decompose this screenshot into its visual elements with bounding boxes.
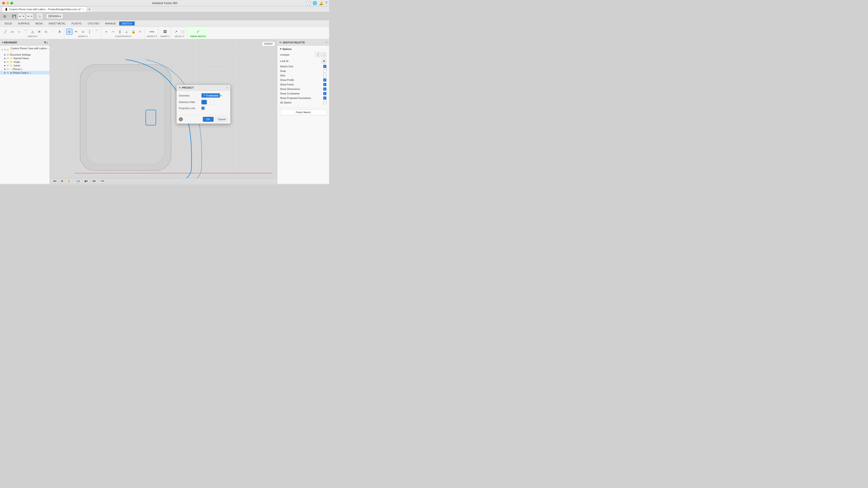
save-icon[interactable]: 💾 <box>11 13 17 19</box>
file-tab-close[interactable]: × <box>83 8 84 11</box>
browser-pin[interactable]: | <box>47 41 48 44</box>
bell-icon[interactable]: 🔔 <box>319 1 323 5</box>
geometry-selection-button[interactable]: ↗ 4 selected <box>202 93 220 98</box>
cancel-button[interactable]: Cancel <box>215 117 228 122</box>
create-label[interactable]: CREATE▾ <box>28 35 37 37</box>
zoom-button[interactable]: 🔍▾ <box>74 179 81 183</box>
constraints-label[interactable]: CONSTRAINTS▾ <box>115 35 131 37</box>
file-tab-active[interactable]: 📱 Custom Phone Case with Lattice – Produ… <box>2 6 87 12</box>
tab-solid[interactable]: SOLID <box>2 22 15 26</box>
nav-history-icon[interactable]: 🕐 <box>306 1 311 5</box>
main-toolbar: ⊞ 💾 ↩ ▾ ↪ ▾ ⌂ DESIGN ▾ <box>0 12 329 20</box>
ok-button[interactable]: OK <box>203 117 214 122</box>
close-button[interactable] <box>2 2 5 4</box>
rectangle-tool[interactable]: ▭ <box>9 29 16 35</box>
clear-selection-button[interactable]: × <box>220 94 222 97</box>
viewport[interactable]: FRONT ⊞ PROJECT ⤢ Geometry ↗ 4 selected <box>50 39 277 184</box>
modify-label[interactable]: MODIFY▾ <box>78 35 88 37</box>
conic-tool[interactable]: ⊂ <box>43 29 49 35</box>
finish-sketch-checkmark[interactable]: ✓ <box>195 29 201 35</box>
tab-plastic[interactable]: PLASTIC <box>69 22 85 26</box>
minimize-button[interactable] <box>6 2 9 4</box>
select-label[interactable]: SELECT▾ <box>175 35 184 37</box>
show-profile-checkbox[interactable] <box>323 78 327 82</box>
project-dialog-expand[interactable]: ⤢ <box>226 86 228 89</box>
tab-utilities[interactable]: UTILITIES <box>85 22 102 26</box>
display-button[interactable]: ◉▾ <box>83 179 90 183</box>
browser-collapse-right[interactable]: ⊞ <box>44 41 46 44</box>
redo-button[interactable]: ↪ <box>26 13 31 19</box>
browser-collapse-left[interactable]: ◂ <box>2 41 3 44</box>
tree-item-phone-case[interactable]: ▶ 👁 ▣ Phone Case:1 ● <box>0 71 50 74</box>
tree-item-named-views[interactable]: ▶ 👁 📁 Named Views <box>0 57 50 60</box>
collinear-constraint[interactable]: ─ <box>110 29 116 35</box>
help-icon[interactable]: ? <box>325 1 327 5</box>
finish-sketch-label[interactable]: FINISH SKETCH <box>190 35 206 37</box>
show-dimensions-checkbox[interactable] <box>323 88 327 91</box>
filter-faces-button[interactable]: ◻ <box>202 100 207 104</box>
pan-button[interactable]: ✋ <box>66 179 72 183</box>
spline-tool[interactable]: ≋ <box>36 29 42 35</box>
select-tool[interactable]: ↗ <box>173 29 179 35</box>
maximize-button[interactable] <box>10 2 13 4</box>
trim-tool[interactable]: ✂ <box>73 29 79 35</box>
text-tool[interactable]: A <box>57 29 63 35</box>
insert-label[interactable]: INSERT▾ <box>160 35 169 37</box>
tree-item-origin[interactable]: ▶ 👁 📁 Origin <box>0 60 50 64</box>
break-tool[interactable]: │ <box>87 29 93 35</box>
design-workspace-button[interactable]: DESIGN ▾ <box>46 14 63 19</box>
circle-tool[interactable]: ○ <box>16 29 22 35</box>
insert-image-tool[interactable]: 🖼 <box>162 29 168 35</box>
finish-sketch-panel-button[interactable]: Finish Sketch <box>280 109 327 115</box>
measure-tool[interactable]: ⟺ <box>149 29 155 35</box>
parallel-constraint[interactable]: ∥ <box>117 29 123 35</box>
globe-icon[interactable]: 🌐 <box>313 1 317 5</box>
sketch-grid-checkbox[interactable] <box>323 65 327 68</box>
show-projected-checkbox[interactable] <box>323 96 327 100</box>
undo-button[interactable]: ↩ <box>18 13 22 19</box>
snap-button[interactable]: ⊕▾ <box>52 179 58 183</box>
environment-button[interactable]: ☀▾ <box>99 179 105 183</box>
fillet-tool[interactable]: ⌒ <box>93 29 100 35</box>
snap-checkbox[interactable] <box>323 69 327 72</box>
lock-constraint[interactable]: 🔒 <box>130 29 136 35</box>
tab-sketch[interactable]: SKETCH <box>119 22 135 26</box>
tree-item-joints[interactable]: ▶ 👁 📁 Joints <box>0 64 50 67</box>
projection-link-checkbox[interactable] <box>202 107 205 110</box>
window-select-tool[interactable]: ⬚ <box>180 29 186 35</box>
linetype-icon-1[interactable]: ╱ <box>315 52 320 57</box>
extend-tool[interactable]: ⊃ <box>80 29 86 35</box>
coincident-constraint[interactable]: + <box>103 29 110 35</box>
show-points-checkbox[interactable] <box>323 83 327 86</box>
tab-sheet-metal[interactable]: SHEET METAL <box>46 22 68 26</box>
line-tool[interactable]: ╱ <box>2 29 8 35</box>
linetype-icon-2[interactable]: ⬚ <box>321 52 327 57</box>
point-tool[interactable]: · <box>50 29 56 35</box>
undo-dropdown[interactable]: ▾ <box>22 13 25 19</box>
polygon-tool[interactable]: △ <box>29 29 36 35</box>
grid-button[interactable]: ⊞ <box>59 179 65 183</box>
slice-checkbox[interactable] <box>323 74 327 77</box>
equal-constraint[interactable]: = <box>137 29 143 35</box>
3d-sketch-checkbox[interactable] <box>323 101 327 104</box>
project-tool[interactable]: ⊂ <box>66 29 72 35</box>
inspect-label[interactable]: INSPECT▾ <box>147 35 157 37</box>
tab-mesh[interactable]: MESH <box>33 22 45 26</box>
perpendicular-constraint[interactable]: ⊥ <box>123 29 130 35</box>
show-constraints-checkbox[interactable] <box>323 92 327 95</box>
grid-display-button[interactable]: ⊞▾ <box>91 179 97 183</box>
info-icon[interactable]: i <box>179 117 183 121</box>
tab-add-button[interactable]: + <box>87 7 92 12</box>
tree-item-phone[interactable]: ▶ 👁 ◻ Phone:1 <box>0 67 50 71</box>
redo-dropdown[interactable]: ▾ <box>31 13 33 19</box>
tab-manage[interactable]: MANAGE <box>102 22 119 26</box>
arc-tool[interactable]: ⌒ <box>23 29 29 35</box>
tree-item-root[interactable]: ▾ 👁 📁 Custom Phone Case with Lattice – .… <box>0 46 50 53</box>
tab-surface[interactable]: SURFACE <box>15 22 32 26</box>
filter-edges-button[interactable]: □ <box>208 100 213 104</box>
palette-expand[interactable]: ⤢ <box>325 41 327 44</box>
look-at-icon[interactable]: ⊞ <box>321 59 327 64</box>
tree-item-doc-settings[interactable]: ▶ ⚙ Document Settings <box>0 53 50 57</box>
home-button[interactable]: ⌂ <box>37 13 43 20</box>
grid-menu-icon[interactable]: ⊞ <box>2 13 8 19</box>
